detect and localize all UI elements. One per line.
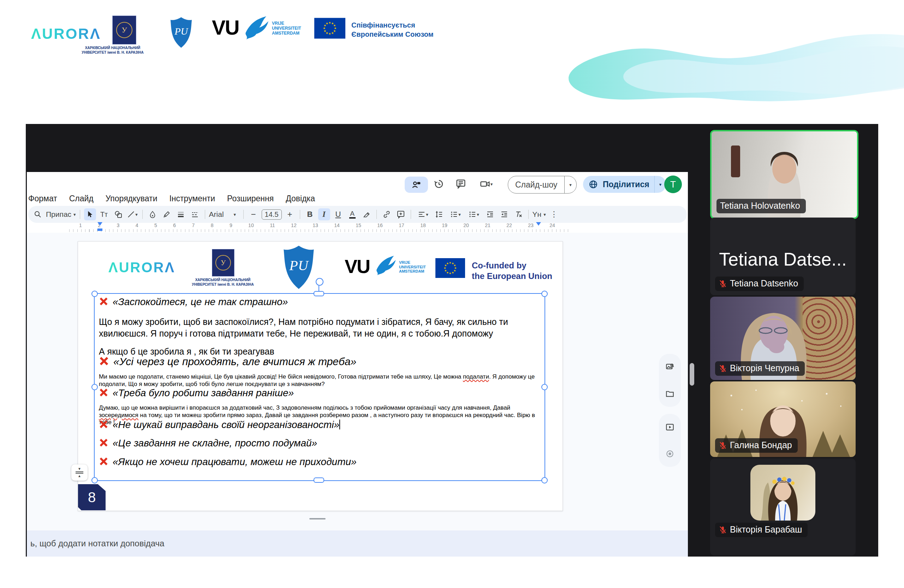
menu-item[interactable]: Розширення [227,194,274,204]
border-dash-icon[interactable] [189,209,201,220]
participant-tile-barabash[interactable]: Вікторія Барабаш [710,458,856,555]
handle-mid-right[interactable] [541,384,548,390]
slideshow-menu-arrow[interactable]: ▾ [564,176,576,193]
ruler-number: 18 [420,223,426,228]
record-icon[interactable] [664,448,676,460]
menu-item[interactable]: Довідка [286,194,315,204]
highlight-color-button[interactable] [360,209,373,220]
mic-muted-icon [719,525,727,534]
italic-button[interactable]: I [318,209,330,220]
increase-indent-button[interactable] [498,209,510,220]
ruler-right-indent-marker [535,221,542,227]
font-family-select[interactable]: Arial▾ [209,210,239,219]
spellcheck-language-button[interactable]: Yн▾ [533,210,546,219]
clear-formatting-button[interactable] [512,209,525,220]
bulleted-list-button[interactable]: ▾ [447,209,464,220]
menu-item[interactable]: Інструменти [169,194,215,204]
eu-cofinance-text: СпівфінансуєтьсяЄвропейським Союзом [351,21,433,39]
decrease-font-button[interactable]: − [248,209,259,220]
svg-text:PU: PU [289,258,309,273]
border-color-icon[interactable] [161,209,173,220]
decrease-indent-button[interactable] [484,209,496,220]
participant-tile-datsenko[interactable]: Tetiana Datse... Tetiana Datsenko [710,218,856,295]
underline-button[interactable]: U [332,209,344,220]
ruler-number: 21 [485,223,490,228]
share-button[interactable]: Поділитися ▾ [583,176,666,193]
handle-bottom-left[interactable] [92,477,98,484]
vu-griffin-icon [243,14,270,42]
participant-tile-chepurna[interactable]: Вікторія Чепурна [710,297,856,380]
zoom-tool-icon[interactable] [32,209,44,220]
speaker-notes-bar[interactable]: ь, щоб додати нотатки доповідача [27,530,688,556]
numbered-list-button[interactable]: ▾ [466,209,482,220]
slide-number-badge: 8 [78,484,106,510]
participant-tile-holovatenko[interactable]: Tetiana Holovatenko [710,130,858,219]
account-avatar[interactable]: T [664,175,682,193]
add-comment-button[interactable] [395,209,407,220]
menu-item[interactable]: Слайд [69,194,93,204]
ruler-number: 6 [173,223,176,228]
handle-bottom-right[interactable] [541,477,548,484]
more-options-button[interactable]: ⋮ [548,209,560,220]
handle-top-left[interactable] [92,291,98,297]
shapes-tool-icon[interactable] [112,209,124,220]
notes-resize-handle[interactable] [309,518,326,520]
textbox-tool-icon[interactable]: Tт [98,209,110,220]
mic-muted-icon [719,364,727,373]
quote-line-3: «Треба було робити завдання раніше» [99,387,294,399]
misspelled-word: зосередимося [99,412,138,419]
ruler-number: 17 [399,223,404,228]
red-x-icon [99,457,108,466]
handle-mid-left[interactable] [92,384,98,390]
border-weight-icon[interactable] [175,209,187,220]
version-history-button[interactable] [433,178,445,190]
select-tool-icon[interactable] [84,209,96,220]
kharkiv-emblem-letter: У [116,22,133,38]
quote-line-2: «Усі через це проходять, але вчитися ж т… [99,356,356,368]
line-tool-icon[interactable]: ▾ [126,209,138,220]
ruler-number: 15 [356,223,361,228]
insert-link-button[interactable] [381,209,393,220]
align-button[interactable]: ▾ [415,209,431,220]
slideshow-button[interactable]: Слайд-шоу ▾ [508,176,577,193]
participant-tile-bondar[interactable]: Галина Бондар [710,381,856,457]
red-x-icon [99,388,108,397]
image-search-icon[interactable] [664,361,676,373]
spacing-widget[interactable]: ▼ ▲ [71,465,88,481]
ruler-number: 12 [291,223,297,228]
text-color-button[interactable]: A [346,209,359,220]
mic-muted-icon [719,441,727,450]
ruler-number: 1 [79,223,82,228]
participant-name-label: Галина Бондар [715,438,798,453]
rotate-handle[interactable] [316,278,324,286]
meet-camera-button[interactable]: ▾ [476,178,496,190]
line-spacing-button[interactable] [433,209,445,220]
ruler-number: 24 [550,223,555,228]
participant-name-label: Tetiana Holovatenko [716,199,806,213]
slide-kharkiv-caption: ХАРКІВСЬКИЙ НАЦІОНАЛЬНИЙУНІВЕРСИТЕТ імен… [191,278,255,287]
screenshot-root: ΛURORΛ У ХАРКІВСЬКИЙ НАЦІОНАЛЬНИЙУНІВЕРС… [0,0,904,588]
scrollbar-thumb[interactable] [690,363,694,386]
quote-line-4: «Не шукай виправдань своїй неорганізован… [99,419,340,430]
handle-top-right[interactable] [541,291,548,297]
menu-item[interactable]: Формат [28,194,57,204]
comments-button[interactable] [455,178,467,190]
menu-bar: ФорматСлайдУпорядкуватиІнструментиРозшир… [28,194,315,204]
slide-eu-flag [435,258,465,278]
present-preview-icon[interactable] [664,421,676,433]
fill-color-icon[interactable] [147,209,158,220]
ruler-left-indent-marker [96,221,104,233]
speaker-notes-hint: ь, щоб додати нотатки доповідача [30,539,164,548]
increase-font-button[interactable]: + [284,209,296,220]
fit-zoom-select[interactable]: Припас▾ [46,210,76,219]
handle-mid-top[interactable] [314,291,324,296]
menu-item[interactable]: Упорядкувати [106,194,158,204]
font-size-input[interactable]: 14.5 [262,209,282,220]
presenter-view-button[interactable] [405,177,428,193]
folder-icon[interactable] [664,388,676,400]
bold-button[interactable]: B [304,209,316,220]
handle-mid-bottom[interactable] [314,477,324,483]
ruler-number: 13 [313,223,318,228]
google-slides-window: ▾ Слайд-шоу ▾ Поділитися ▾ T ФорматСлайд… [27,172,688,556]
participant-name-label: Вікторія Чепурна [715,361,805,376]
